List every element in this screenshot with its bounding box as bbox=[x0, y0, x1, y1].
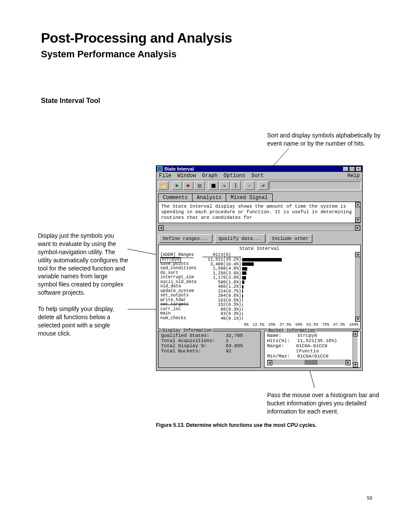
range-name[interactable]: interrupt_sim bbox=[160, 275, 200, 280]
tree-icon[interactable]: ┇ bbox=[230, 181, 241, 190]
ranges-column: [ADDR] Ranges strcpy8save_pointssad_cond… bbox=[159, 252, 202, 322]
annotation-bucket-hover: Pass the mouse over a histogram bar and … bbox=[267, 391, 381, 416]
histogram-bar[interactable] bbox=[242, 262, 254, 266]
range-name[interactable]: sad_conditions bbox=[160, 266, 200, 271]
scroll-left-icon[interactable]: ◀ bbox=[159, 225, 164, 230]
histogram-bar[interactable] bbox=[242, 294, 243, 298]
histogram-bar[interactable] bbox=[242, 312, 243, 316]
menu-window[interactable]: Window bbox=[177, 173, 196, 179]
button-row: Define ranges... Qualify data... Include… bbox=[156, 233, 362, 245]
histogram-bar[interactable] bbox=[242, 280, 244, 284]
minimize-button[interactable]: _ bbox=[342, 166, 349, 171]
toolbar: 📂 ⇋ ┇ ✓ ⇄ bbox=[156, 180, 362, 192]
range-name[interactable]: strcpy8 bbox=[160, 257, 200, 262]
histogram-bar[interactable] bbox=[242, 299, 243, 302]
x-tick: 25% bbox=[268, 323, 275, 327]
histogram-bar[interactable] bbox=[242, 289, 243, 293]
bucket-range-value: 01C8A-01CC9 (Functio bbox=[296, 343, 351, 354]
range-name[interactable]: main bbox=[160, 311, 200, 316]
x-tick: 37.5% bbox=[280, 323, 291, 327]
x-tick: 62.5% bbox=[306, 323, 318, 327]
hits-header: Hits(%) bbox=[202, 253, 241, 258]
range-name[interactable]: old_data bbox=[160, 284, 200, 289]
scroll-down-icon[interactable]: ▼ bbox=[355, 317, 361, 322]
system-menu-icon[interactable] bbox=[157, 166, 162, 171]
pause-icon[interactable] bbox=[194, 181, 205, 190]
bars-area bbox=[242, 252, 355, 322]
qualify-data-button[interactable]: Qualify data... bbox=[215, 234, 265, 243]
x-axis-ticks: 0%12.5%25%37.5%50%62.5%75%87.5%100% bbox=[159, 322, 360, 329]
toolbar-field[interactable] bbox=[269, 181, 361, 190]
range-name[interactable]: set_targets bbox=[160, 302, 200, 307]
x-tick: 100% bbox=[349, 323, 358, 327]
histogram-bar[interactable] bbox=[242, 317, 243, 320]
x-tick: 87.5% bbox=[333, 323, 345, 327]
histogram-bar[interactable] bbox=[242, 267, 247, 271]
menu-help[interactable]: Help bbox=[347, 173, 360, 179]
maximize-button[interactable]: □ bbox=[349, 166, 355, 171]
scroll-up-icon[interactable]: ▲ bbox=[355, 202, 361, 207]
bucket-information-box: Bucket Information Name:strcpy8 Hits(%):… bbox=[264, 331, 361, 368]
open-icon[interactable]: 📂 bbox=[158, 181, 168, 190]
range-name[interactable]: num_checks bbox=[160, 316, 200, 321]
chart-scrollbar[interactable]: ▲ ▼ bbox=[355, 252, 360, 322]
scroll-up-icon[interactable]: ▲ bbox=[355, 252, 361, 257]
run-repeat-icon[interactable] bbox=[183, 181, 193, 190]
bucket-range-label: Range: bbox=[267, 343, 296, 354]
link-icon[interactable]: ⇋ bbox=[219, 181, 230, 190]
menu-sort[interactable]: Sort bbox=[251, 173, 264, 179]
tab-row: Comments Analysis Mixed Signal bbox=[156, 192, 362, 202]
scroll-up-icon[interactable]: ▲ bbox=[353, 331, 358, 336]
scroll-right-icon[interactable]: ▶ bbox=[346, 360, 351, 365]
hits-value: 83(0.3%) bbox=[202, 312, 241, 317]
menu-options[interactable]: Options bbox=[224, 173, 245, 179]
histogram-bar[interactable] bbox=[242, 258, 282, 261]
scroll-right-icon[interactable]: ▶ bbox=[355, 225, 360, 230]
scrollbar-thumb[interactable] bbox=[305, 360, 318, 365]
define-ranges-button[interactable]: Define ranges... bbox=[159, 234, 212, 243]
window-title: State Interval bbox=[164, 166, 194, 171]
histogram-bar[interactable] bbox=[242, 308, 243, 311]
close-button[interactable]: × bbox=[355, 166, 361, 171]
total-buckets-value: 92 bbox=[226, 348, 231, 354]
bucket-minmax-label: Min/Max: bbox=[267, 354, 297, 359]
comments-panel: The State Interval display shows the amo… bbox=[158, 202, 361, 223]
comments-text: The State Interval display shows the amo… bbox=[161, 204, 352, 220]
total-acquisitions-value: 1 bbox=[226, 338, 229, 343]
histogram-bar[interactable] bbox=[242, 271, 246, 275]
histogram-bar[interactable] bbox=[242, 285, 243, 289]
x-tick: 50% bbox=[295, 323, 302, 327]
hits-value: 408(1.2%) bbox=[202, 285, 241, 289]
run-icon[interactable] bbox=[172, 181, 182, 190]
range-name[interactable]: set_outputs bbox=[160, 293, 200, 298]
scroll-left-icon[interactable]: ◀ bbox=[267, 360, 272, 365]
bucket-h-scrollbar[interactable]: ◀ ▶ bbox=[267, 360, 351, 365]
x-tick: 0% bbox=[244, 323, 249, 327]
tab-analysis[interactable]: Analysis bbox=[192, 193, 227, 202]
bucket-hits-label: Hits(%): bbox=[267, 338, 297, 343]
annotation-symbol-navigation: Display just the symbols you want to eva… bbox=[38, 232, 128, 297]
settings-icon[interactable]: ⇄ bbox=[258, 181, 268, 190]
x-tick: 12.5% bbox=[252, 323, 264, 327]
tab-mixed-signal[interactable]: Mixed Signal bbox=[226, 193, 272, 202]
display-info-title: Display Information bbox=[161, 328, 213, 333]
comments-scrollbar[interactable]: ▲ ▼ bbox=[355, 202, 360, 223]
horizontal-scrollbar[interactable]: ◀ ▶ bbox=[158, 225, 361, 231]
display-information-box: Display Information Qualified States:32,… bbox=[158, 331, 261, 368]
titlebar[interactable]: State Interval _ □ × bbox=[156, 166, 362, 172]
histogram-bar[interactable] bbox=[242, 303, 243, 307]
annotation-sort: Sort and display symbols alphabetically … bbox=[267, 131, 381, 148]
menu-graph[interactable]: Graph bbox=[202, 173, 218, 179]
hits-value: 204(0.6%) bbox=[202, 294, 241, 299]
scroll-down-icon[interactable]: ▼ bbox=[355, 218, 361, 223]
scroll-down-icon[interactable]: ▼ bbox=[353, 362, 358, 367]
figure-caption: Figure 5.13. Determine which functions u… bbox=[156, 422, 317, 428]
check-icon[interactable]: ✓ bbox=[244, 181, 255, 190]
tab-comments[interactable]: Comments bbox=[158, 193, 193, 202]
include-other-button[interactable]: Include other bbox=[268, 234, 313, 243]
hits-value: 1,178(3.6%) bbox=[202, 276, 241, 280]
histogram-bar[interactable] bbox=[242, 276, 246, 280]
stop-icon[interactable] bbox=[208, 181, 218, 190]
menu-file[interactable]: File bbox=[159, 173, 171, 179]
bucket-v-scrollbar[interactable]: ▲ ▼ bbox=[352, 333, 358, 365]
